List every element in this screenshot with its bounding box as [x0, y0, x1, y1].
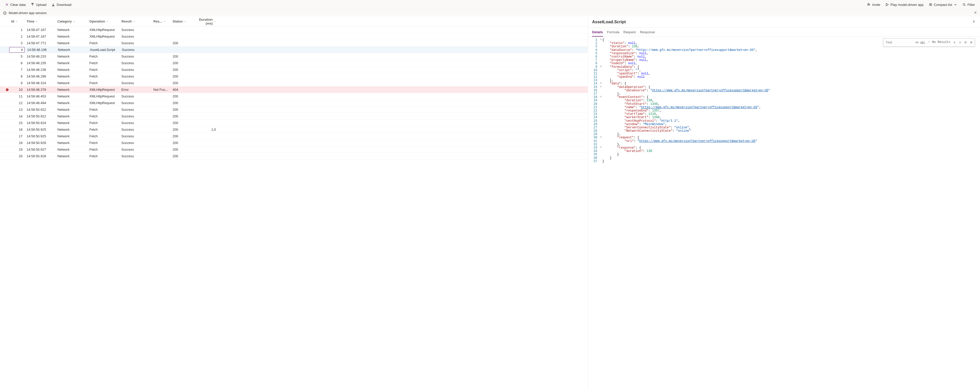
col-response[interactable]: Res... — [151, 19, 170, 23]
cell-result: Success — [119, 141, 151, 145]
cell-id: 10 — [9, 88, 25, 92]
col-operation[interactable]: Operation — [88, 19, 119, 23]
table-row[interactable]: 1714:58:50.925NetworkFetchSuccess200 — [0, 133, 588, 140]
cell-id: 17 — [9, 134, 25, 138]
cell-status: 200 — [170, 147, 192, 151]
find-prev-icon[interactable] — [953, 41, 956, 44]
cell-status: 200 — [170, 68, 192, 71]
cell-category: Network — [55, 41, 88, 45]
regex-icon[interactable]: .* — [926, 41, 930, 44]
col-status[interactable]: Status — [170, 19, 192, 23]
tab-response[interactable]: Response — [640, 28, 655, 36]
code-viewer[interactable]: Aa Abl .* No Results 1234567891011121314… — [588, 37, 980, 390]
col-result[interactable]: Result — [119, 19, 151, 23]
cell-time: 14:58:48.235 — [25, 61, 55, 65]
cell-id: 5 — [9, 54, 25, 58]
cell-category: Network — [55, 61, 88, 65]
table-row[interactable]: 1614:58:50.925NetworkFetchSuccess2001,0 — [0, 126, 588, 133]
error-icon — [6, 89, 8, 91]
cell-operation: Fetch — [88, 68, 119, 71]
upload-button[interactable]: Upload — [29, 2, 48, 8]
cell-status: 200 — [170, 54, 192, 58]
col-id[interactable]: Id — [9, 19, 25, 23]
find-input[interactable] — [885, 40, 913, 45]
cell-category: Network — [55, 68, 88, 71]
table-row[interactable]: 814:58:48.296NetworkFetchSuccess200 — [0, 73, 588, 80]
cell-status: 200 — [170, 94, 192, 98]
cell-id: 9 — [9, 81, 25, 85]
fold-gutter[interactable]: ⊟⊟⊟⊟⊟⊟⊟ — [599, 37, 602, 165]
cell-result: Success — [119, 147, 151, 151]
table-row[interactable]: 914:58:48.324NetworkFetchSuccess200 — [0, 80, 588, 86]
table-row[interactable]: 1514:58:50.924NetworkFetchSuccess200 — [0, 120, 588, 126]
play-app-button[interactable]: Play model-driven app — [883, 2, 926, 8]
cell-operation: Fetch — [88, 81, 119, 85]
cell-time: 14:58:48.236 — [25, 68, 55, 71]
table-row[interactable]: 114:58:47.167NetworkXMLHttpRequestSucces… — [0, 27, 588, 33]
compact-list-button[interactable]: Compact list — [927, 2, 959, 8]
cell-result: Success — [119, 35, 151, 38]
session-close-button[interactable] — [974, 11, 977, 15]
cell-time: 14:58:50.925 — [25, 134, 55, 138]
table-row[interactable]: 714:58:48.236NetworkFetchSuccess200 — [0, 67, 588, 73]
cell-operation: Fetch — [88, 41, 119, 45]
cell-operation: Fetch — [88, 61, 119, 65]
cell-operation: XMLHttpRequest — [88, 94, 119, 98]
table-row[interactable]: 1014:58:48.378NetworkXMLHttpRequestError… — [0, 86, 588, 93]
cell-category: Network — [55, 94, 88, 98]
find-close-icon[interactable] — [969, 41, 973, 44]
col-time[interactable]: Time — [25, 19, 55, 23]
download-button[interactable]: Download — [49, 2, 73, 8]
cell-result: Success — [119, 54, 151, 58]
table-row[interactable]: 1814:58:50.926NetworkFetchSuccess200 — [0, 140, 588, 146]
table-row[interactable]: 314:58:47.771NetworkFetchSuccess200 — [0, 40, 588, 46]
clear-label: Clear data — [10, 3, 25, 6]
table-row[interactable]: 214:58:47.167NetworkXMLHttpRequestSucces… — [0, 33, 588, 40]
code-lines[interactable]: { "status": null, "duration": 138, "data… — [602, 37, 980, 165]
cell-id: 19 — [9, 147, 25, 151]
tab-formula[interactable]: Formula — [607, 28, 619, 36]
chevron-down-icon — [954, 3, 957, 6]
grid-body[interactable]: 114:58:47.167NetworkXMLHttpRequestSucces… — [0, 27, 588, 390]
col-category[interactable]: Category — [55, 19, 88, 23]
detail-tabs: Details Formula Request Response — [588, 28, 980, 37]
table-row[interactable]: 1314:58:50.922NetworkFetchSuccess200 — [0, 106, 588, 113]
cell-id: 3 — [9, 41, 25, 45]
filter-label: Filter — [967, 3, 975, 6]
table-row[interactable]: 614:58:48.235NetworkFetchSuccess200 — [0, 60, 588, 67]
cell-time: 14:58:50.926 — [25, 141, 55, 145]
svg-point-0 — [868, 3, 869, 4]
invite-button[interactable]: Invite — [865, 2, 882, 8]
table-row[interactable]: 1414:58:50.922NetworkFetchSuccess200 — [0, 113, 588, 120]
cell-result: Success — [119, 154, 151, 158]
clear-data-button[interactable]: Clear data — [3, 2, 28, 8]
table-row[interactable]: 514:58:48.233NetworkFetchSuccess200 — [0, 53, 588, 60]
filter-button[interactable]: Filter — [960, 2, 977, 8]
cell-category: Network — [55, 75, 88, 78]
find-in-selection-icon[interactable] — [964, 41, 967, 44]
expand-icon[interactable] — [972, 19, 976, 24]
find-next-icon[interactable] — [958, 41, 962, 44]
cell-time: 14:58:50.922 — [25, 108, 55, 111]
cell-category: Network — [55, 141, 88, 145]
table-row[interactable]: 1214:58:48.494NetworkXMLHttpRequestSucce… — [0, 100, 588, 106]
table-row[interactable]: 1114:58:48.453NetworkXMLHttpRequestSucce… — [0, 93, 588, 100]
cell-time: 14:58:47.771 — [25, 41, 55, 45]
detail-header: AssetLoad.Script — [588, 16, 980, 28]
table-row[interactable]: 2014:58:50.928NetworkFetchSuccess200 — [0, 153, 588, 160]
col-duration[interactable]: Duration (ms) — [192, 17, 218, 25]
whole-word-icon[interactable]: Abl — [921, 41, 924, 44]
cell-category: Network — [55, 154, 88, 158]
find-result: No Results — [932, 41, 951, 44]
cell-time: 14:58:50.927 — [25, 147, 55, 151]
table-row[interactable]: 1914:58:50.927NetworkFetchSuccess200 — [0, 146, 588, 153]
cell-id: 18 — [9, 141, 25, 145]
tab-request[interactable]: Request — [624, 28, 636, 36]
table-row[interactable]: 414:58:48.106NetworkAssetLoad.ScriptSucc… — [0, 46, 588, 53]
tab-details[interactable]: Details — [592, 28, 603, 36]
cell-result: Success — [119, 121, 151, 125]
upload-label: Upload — [36, 3, 46, 6]
match-case-icon[interactable]: Aa — [915, 41, 919, 44]
session-bar: Model-driven app session — [0, 9, 980, 16]
cell-operation: Fetch — [88, 141, 119, 145]
